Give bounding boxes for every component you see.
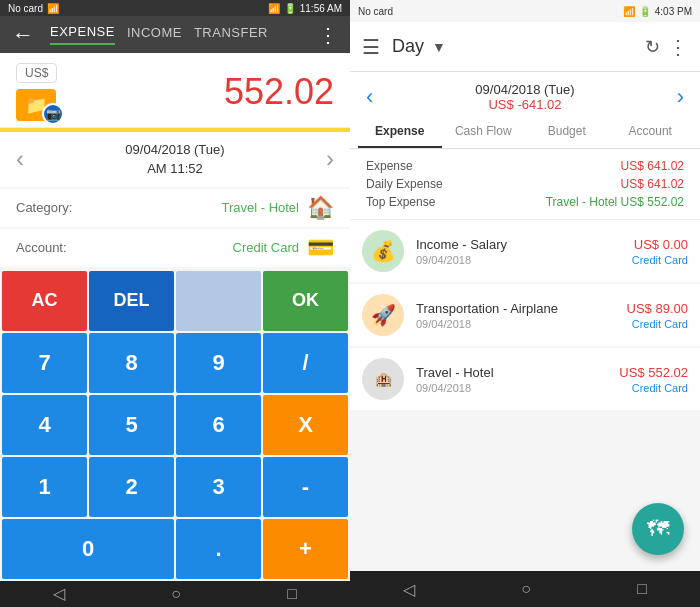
date-line1: 09/04/2018 (Tue) xyxy=(125,140,224,160)
tab-cash-flow[interactable]: Cash Flow xyxy=(442,116,526,148)
summary-top-amount: US$ 552.02 xyxy=(621,195,684,209)
calc-7-button[interactable]: 7 xyxy=(2,333,87,393)
category-row: Category: Travel - Hotel 🏠 xyxy=(0,189,350,227)
txn-right-airplane: US$ 89.00 Credit Card xyxy=(627,301,688,330)
calc-multiply-button[interactable]: X xyxy=(263,395,348,455)
calc-4-button[interactable]: 4 xyxy=(2,395,87,455)
txn-name-hotel: Travel - Hotel xyxy=(416,365,607,380)
right-tabs: Expense Cash Flow Budget Account xyxy=(350,116,700,149)
right-content-container: ‹ 09/04/2018 (Tue) US$ -641.02 › Expense… xyxy=(350,72,700,607)
back-nav-button[interactable]: ◁ xyxy=(53,584,65,603)
calc-8-button[interactable]: 8 xyxy=(89,333,174,393)
calc-2-button[interactable]: 2 xyxy=(89,457,174,517)
calc-del-button[interactable]: DEL xyxy=(89,271,174,331)
date-nav: ‹ 09/04/2018 (Tue) AM 11:52 › xyxy=(0,132,350,187)
calc-5-button[interactable]: 5 xyxy=(89,395,174,455)
date-text: 09/04/2018 (Tue) AM 11:52 xyxy=(125,140,224,179)
sim-icon: 📶 xyxy=(47,3,59,14)
day-label: Day xyxy=(392,36,424,57)
tab-transfer[interactable]: TRANSFER xyxy=(194,25,268,44)
left-status-bar: No card 📶 📶 🔋 11:56 AM xyxy=(0,0,350,16)
camera-badge: 📷 xyxy=(42,103,64,125)
txn-account-salary: Credit Card xyxy=(632,254,688,266)
prev-date-button[interactable]: ‹ xyxy=(16,145,24,173)
tab-account[interactable]: Account xyxy=(609,116,693,148)
calc-decimal-button[interactable]: . xyxy=(176,519,261,579)
no-card-label: No card xyxy=(8,3,43,14)
right-back-nav-button[interactable]: ◁ xyxy=(403,580,415,599)
calc-divide-button[interactable]: / xyxy=(263,333,348,393)
calculator-grid: AC DEL OK 7 8 9 / 4 5 6 X 1 2 3 - 0 . + xyxy=(0,269,350,581)
dropdown-arrow-icon[interactable]: ▼ xyxy=(432,39,446,55)
date-line2: AM 11:52 xyxy=(125,159,224,179)
summary-top-value: Travel - Hotel US$ 552.02 xyxy=(546,195,684,209)
txn-right-hotel: US$ 552.02 Credit Card xyxy=(619,365,688,394)
calc-0-button[interactable]: 0 xyxy=(2,519,174,579)
tab-expense[interactable]: EXPENSE xyxy=(50,24,115,45)
right-next-date-button[interactable]: › xyxy=(677,84,684,110)
calc-3-button[interactable]: 3 xyxy=(176,457,261,517)
next-date-button[interactable]: › xyxy=(326,145,334,173)
txn-amount-airplane: US$ 89.00 xyxy=(627,301,688,316)
txn-icon-salary: 💰 xyxy=(362,230,404,272)
calc-ok-button[interactable]: OK xyxy=(263,271,348,331)
txn-icon-hotel: 🏨 xyxy=(362,358,404,400)
left-status-right: 📶 🔋 11:56 AM xyxy=(268,3,342,14)
account-row: Account: Credit Card 💳 xyxy=(0,229,350,267)
back-button[interactable]: ← xyxy=(12,22,34,48)
right-more-button[interactable]: ⋮ xyxy=(668,35,688,59)
txn-account-airplane: Credit Card xyxy=(627,318,688,330)
more-menu-button[interactable]: ⋮ xyxy=(318,23,338,47)
time-label: 11:56 AM xyxy=(300,3,342,14)
right-prev-date-button[interactable]: ‹ xyxy=(366,84,373,110)
summary-expense-value: US$ 641.02 xyxy=(621,159,684,173)
right-battery-icon: 🔋 xyxy=(639,6,651,17)
category-label: Category: xyxy=(16,200,86,215)
txn-details-salary: Income - Salary 09/04/2018 xyxy=(416,237,620,266)
right-home-nav-button[interactable]: ○ xyxy=(521,580,531,598)
right-time-label: 4:03 PM xyxy=(655,6,692,17)
right-recents-nav-button[interactable]: □ xyxy=(637,580,647,598)
summary-top-name: Travel - Hotel xyxy=(546,195,618,209)
calc-1-button[interactable]: 1 xyxy=(2,457,87,517)
recents-nav-button[interactable]: □ xyxy=(287,585,297,603)
right-no-card-label: No card xyxy=(358,6,393,17)
account-value[interactable]: Credit Card xyxy=(86,240,299,255)
calc-9-button[interactable]: 9 xyxy=(176,333,261,393)
left-panel: No card 📶 📶 🔋 11:56 AM ← EXPENSE INCOME … xyxy=(0,0,350,607)
summary-expense-label: Expense xyxy=(366,159,413,173)
calc-ac-button[interactable]: AC xyxy=(2,271,87,331)
home-nav-button[interactable]: ○ xyxy=(171,585,181,603)
left-top-nav: ← EXPENSE INCOME TRANSFER ⋮ xyxy=(0,16,350,53)
calc-plus-button[interactable]: + xyxy=(263,519,348,579)
left-status-left: No card 📶 xyxy=(8,3,59,14)
transaction-item[interactable]: 💰 Income - Salary 09/04/2018 US$ 0.00 Cr… xyxy=(350,220,700,282)
tab-budget[interactable]: Budget xyxy=(525,116,609,148)
summary-top-label: Top Expense xyxy=(366,195,435,209)
calc-empty-button xyxy=(176,271,261,331)
txn-date-salary: 09/04/2018 xyxy=(416,254,620,266)
transaction-item[interactable]: 🏨 Travel - Hotel 09/04/2018 US$ 552.02 C… xyxy=(350,348,700,410)
calc-6-button[interactable]: 6 xyxy=(176,395,261,455)
calc-minus-button[interactable]: - xyxy=(263,457,348,517)
right-date-text: 09/04/2018 (Tue) xyxy=(475,82,574,97)
amount-display: 552.02 xyxy=(224,71,334,113)
txn-date-airplane: 09/04/2018 xyxy=(416,318,615,330)
summary-daily-row: Daily Expense US$ 641.02 xyxy=(366,175,684,193)
map-icon: 🗺 xyxy=(647,516,669,542)
right-bottom-nav: ◁ ○ □ xyxy=(350,571,700,607)
fab-map-button[interactable]: 🗺 xyxy=(632,503,684,555)
summary-section: Expense US$ 641.02 Daily Expense US$ 641… xyxy=(350,149,700,220)
account-label: Account: xyxy=(16,240,86,255)
tab-income[interactable]: INCOME xyxy=(127,25,182,44)
txn-icon-airplane: 🚀 xyxy=(362,294,404,336)
txn-date-hotel: 09/04/2018 xyxy=(416,382,607,394)
refresh-button[interactable]: ↻ xyxy=(645,36,660,58)
category-value[interactable]: Travel - Hotel xyxy=(86,200,299,215)
hamburger-menu-button[interactable]: ☰ xyxy=(362,35,380,59)
tab-right-expense[interactable]: Expense xyxy=(358,116,442,148)
left-bottom-nav: ◁ ○ □ xyxy=(0,581,350,607)
right-amount-text: US$ -641.02 xyxy=(475,97,574,112)
txn-name-airplane: Transportation - Airplane xyxy=(416,301,615,316)
transaction-item[interactable]: 🚀 Transportation - Airplane 09/04/2018 U… xyxy=(350,284,700,346)
